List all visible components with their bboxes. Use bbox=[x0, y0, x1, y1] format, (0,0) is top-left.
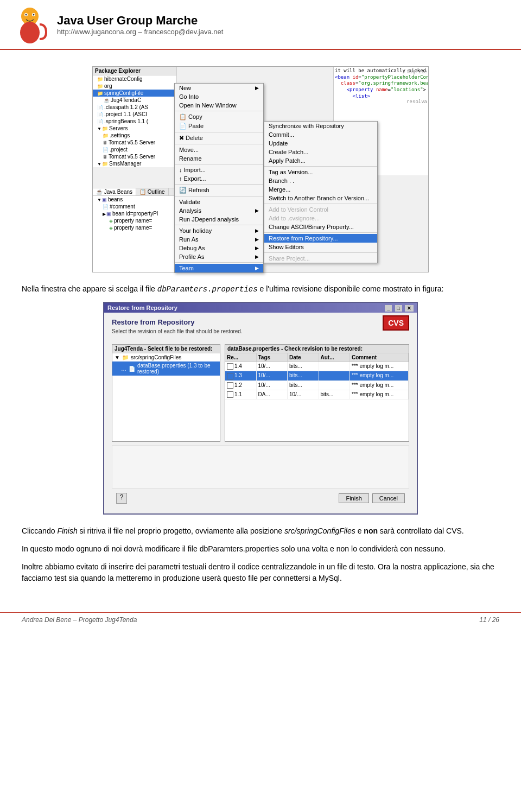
outline-bean-id: bean id=propertyPl bbox=[93, 210, 176, 217]
left-tree-database[interactable]: … 📄 dataBase.properties (1.3 to be resto… bbox=[112, 361, 220, 376]
menu-analysis[interactable]: Analysis bbox=[175, 206, 263, 215]
outline-tree: beans #comment bean id=propertyPl proper… bbox=[93, 196, 176, 231]
submenu-switch[interactable]: Switch to Another Branch or Version... bbox=[264, 194, 377, 202]
dialog-right-panel: dataBase.properties - Check revision to … bbox=[225, 344, 409, 442]
para2-text1: Cliccando bbox=[22, 526, 57, 535]
data-row-11[interactable]: 1.1 DA... 10/... bits... *** empty log m… bbox=[225, 390, 409, 399]
outline-comment: #comment bbox=[93, 203, 176, 210]
submenu-apply-patch[interactable]: Apply Patch... bbox=[264, 156, 377, 165]
cancel-button[interactable]: Cancel bbox=[372, 493, 405, 503]
sep8 bbox=[175, 262, 263, 263]
submenu-update[interactable]: Update bbox=[264, 139, 377, 148]
page-footer: Andrea Del Bene – Progetto Jug4Tenda 11 … bbox=[0, 612, 521, 627]
folder-icon: 📁 bbox=[122, 354, 129, 360]
restore-dialog: Restore from Repository _ □ ✕ Restore fr… bbox=[103, 302, 418, 515]
para2-finish: Finish bbox=[57, 526, 77, 535]
menu-open-new-window[interactable]: Open in New Window bbox=[175, 101, 263, 110]
check-14[interactable] bbox=[227, 363, 233, 370]
tab-outline[interactable]: 📋 Outline bbox=[136, 188, 168, 195]
cell-aut-13 bbox=[319, 371, 351, 380]
check-13[interactable] bbox=[227, 373, 233, 379]
submenu-sep3 bbox=[264, 232, 377, 233]
menu-your-holiday[interactable]: Your holiday bbox=[175, 226, 263, 235]
sep5 bbox=[175, 184, 263, 185]
data-row-14[interactable]: 1.4 10/... bits... *** empty log m... bbox=[225, 362, 409, 371]
sep4 bbox=[175, 164, 263, 164]
para1-filename: dbParamters.properties bbox=[157, 285, 258, 294]
outline-beans: beans bbox=[93, 196, 176, 203]
col-rev: Re... bbox=[225, 353, 257, 361]
submenu-restore[interactable]: Restore from Repository... bbox=[264, 234, 377, 243]
submenu-create-patch[interactable]: Create Patch... bbox=[264, 148, 377, 156]
para2-text3: e bbox=[355, 526, 364, 535]
team-submenu[interactable]: Synchronize with Repository Commit... Up… bbox=[264, 121, 378, 263]
folder-expand-icon: ▼ bbox=[115, 354, 120, 360]
menu-rename[interactable]: Rename bbox=[175, 154, 263, 163]
cell-date-11: 10/... bbox=[288, 390, 319, 399]
finish-button[interactable]: Finish bbox=[339, 493, 368, 503]
svg-point-5 bbox=[33, 14, 35, 16]
right-column-headers: Re... Tags Date Aut... Comment bbox=[225, 353, 409, 362]
maximize-button[interactable]: □ bbox=[395, 305, 402, 312]
menu-debug-as[interactable]: Debug As bbox=[175, 244, 263, 252]
context-menu[interactable]: New Go Into Open in New Window 📋 Copy 📄 … bbox=[174, 83, 264, 273]
menu-copy[interactable]: 📋 Copy bbox=[175, 112, 263, 122]
right-label-figfile: figFile bbox=[406, 69, 427, 75]
eclipse-ide-screenshot: Package Explorer hibernateConfig org spr… bbox=[92, 66, 429, 272]
menu-profile-as[interactable]: Profile As bbox=[175, 252, 263, 261]
menu-new[interactable]: New bbox=[175, 84, 263, 92]
src-folder-label: src/springConfigFiles bbox=[131, 354, 181, 360]
submenu-tag[interactable]: Tag as Version... bbox=[264, 168, 377, 176]
tree-jug4tenda: Jug4TendaC bbox=[93, 97, 176, 104]
menu-run-as[interactable]: Run As bbox=[175, 235, 263, 244]
dialog-titlebar-buttons[interactable]: _ □ ✕ bbox=[384, 304, 414, 311]
cell-aut-12 bbox=[319, 381, 351, 390]
menu-move[interactable]: Move... bbox=[175, 145, 263, 154]
para2-non: non bbox=[364, 526, 378, 535]
check-12[interactable] bbox=[227, 382, 233, 389]
submenu-commit[interactable]: Commit... bbox=[264, 130, 377, 139]
submenu-sync[interactable]: Synchronize with Repository bbox=[264, 122, 377, 130]
sep2 bbox=[175, 132, 263, 132]
tab-java-beans[interactable]: ☕ Java Beans bbox=[93, 188, 136, 195]
right-panel-header: dataBase.properties - Check revision to … bbox=[225, 345, 409, 353]
submenu-merge[interactable]: Merge... bbox=[264, 185, 377, 194]
submenu-add-vc: Add to Version Control bbox=[264, 205, 377, 214]
menu-import[interactable]: ↓ Import... bbox=[175, 166, 263, 174]
dialog-titlebar: Restore from Repository _ □ ✕ bbox=[104, 303, 417, 313]
file-tree-panel: Package Explorer hibernateConfig org spr… bbox=[93, 67, 177, 167]
menu-go-into[interactable]: Go Into bbox=[175, 92, 263, 101]
col-tags: Tags bbox=[257, 353, 288, 361]
tree-springConfigFile: springConfigFile bbox=[93, 90, 176, 97]
menu-delete[interactable]: ✖ Delete bbox=[175, 134, 263, 143]
check-11[interactable] bbox=[227, 391, 233, 398]
footer-author: Andrea Del Bene – Progetto Jug4Tenda bbox=[22, 616, 137, 624]
menu-export[interactable]: ↑ Export... bbox=[175, 174, 263, 183]
tree-settings: .settings bbox=[93, 132, 176, 139]
data-row-12[interactable]: 1.2 10/... bits... *** empty log m... bbox=[225, 381, 409, 390]
submenu-change-ascii[interactable]: Change ASCII/Binary Property... bbox=[264, 223, 377, 231]
help-button[interactable]: ? bbox=[116, 493, 127, 504]
col-aut: Aut... bbox=[319, 353, 351, 361]
minimize-button[interactable]: _ bbox=[385, 305, 392, 312]
menu-team[interactable]: Team bbox=[175, 264, 263, 272]
para4-text: Inoltre abbiamo evitato di inserire dei … bbox=[22, 562, 494, 582]
cell-date-12: bits... bbox=[288, 381, 319, 390]
menu-run-jdepend[interactable]: Run JDepend analysis bbox=[175, 215, 263, 224]
menu-validate[interactable]: Validate bbox=[175, 198, 263, 206]
menu-refresh[interactable]: 🔄 Refresh bbox=[175, 186, 263, 195]
menu-paste[interactable]: 📄 Paste bbox=[175, 122, 263, 131]
submenu-show-editors[interactable]: Show Editors bbox=[264, 243, 377, 251]
submenu-branch[interactable]: Branch . . bbox=[264, 176, 377, 185]
submenu-sep1 bbox=[264, 166, 377, 167]
para2-text4: sarà controllato dal CVS. bbox=[378, 526, 464, 535]
cvs-logo: CVS bbox=[383, 315, 409, 331]
cell-comment-12: *** empty log m... bbox=[350, 381, 409, 390]
cell-tags-12: 10/... bbox=[257, 381, 288, 390]
data-row-13[interactable]: 1.3 10/... bits... *** empty log m... bbox=[225, 371, 409, 380]
cell-rev-11: 1.1 bbox=[225, 390, 257, 399]
close-button[interactable]: ✕ bbox=[405, 305, 414, 312]
para1-text2: e l'ultima revisione disponibile come mo… bbox=[258, 284, 444, 293]
para2-text2: si ritriva il file nel proprio progetto,… bbox=[78, 526, 284, 535]
dialog-buttons: ? Finish Cancel bbox=[112, 489, 409, 508]
